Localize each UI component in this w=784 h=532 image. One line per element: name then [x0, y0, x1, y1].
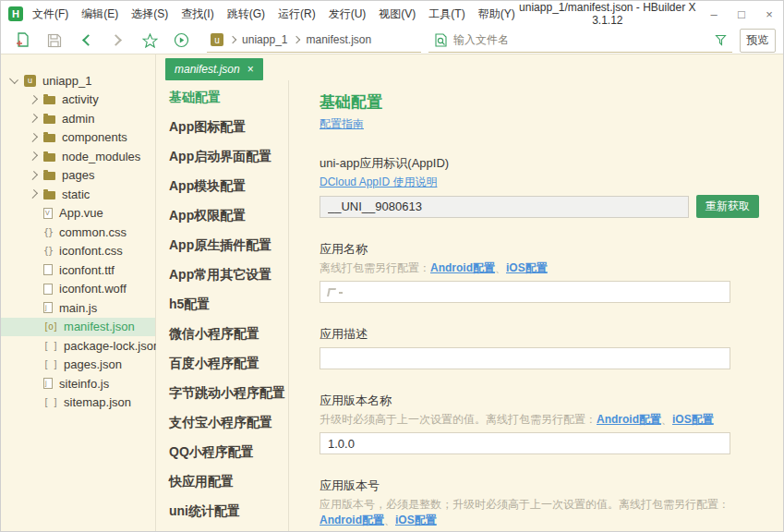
bookmark-button[interactable]	[134, 29, 166, 53]
breadcrumb-file[interactable]: manifest.json	[306, 33, 371, 46]
nav-item-alipay-mp-config[interactable]: 支付宝小程序配置	[156, 407, 288, 437]
css-file-icon: {}	[43, 227, 53, 237]
nav-item-uni-statistics-config[interactable]: uni统计配置	[156, 496, 288, 526]
navigate-forward-button[interactable]	[103, 29, 135, 53]
tree-item-file-selected[interactable]: [o] manifest.json	[1, 318, 155, 337]
nav-item-bytedance-mp-config[interactable]: 字节跳动小程序配置	[156, 378, 288, 407]
chevron-right-icon[interactable]	[29, 189, 38, 199]
save-icon	[47, 33, 62, 48]
save-button[interactable]	[39, 29, 71, 53]
tree-item-file[interactable]: App.vue	[1, 204, 155, 224]
menu-run[interactable]: 运行(R)	[278, 6, 316, 22]
appid-input[interactable]	[320, 196, 689, 218]
ios-config-link[interactable]: iOS配置	[395, 514, 437, 526]
menu-help[interactable]: 帮助(Y)	[478, 6, 515, 22]
tree-item-folder[interactable]: node_modules	[1, 147, 155, 166]
tree-item-file[interactable]: siteinfo.js	[1, 374, 155, 393]
nav-item-basic-config[interactable]: 基础配置	[156, 82, 288, 112]
nav-item-app-other-settings[interactable]: App常用其它设置	[156, 260, 288, 289]
tree-item-folder[interactable]: static	[1, 185, 155, 204]
menubar: 文件(F) 编辑(E) 选择(S) 查找(I) 跳转(G) 运行(R) 发行(U…	[32, 6, 515, 22]
ios-config-link[interactable]: iOS配置	[672, 413, 714, 426]
tree-item-file[interactable]: {} iconfont.css	[1, 242, 155, 261]
menu-view[interactable]: 视图(V)	[379, 6, 416, 22]
version-code-hint: 应用版本号，必须是整数；升级时必须高于上一次设置的值。离线打包需另行配置：And…	[320, 497, 765, 528]
nav-item-app-permission-config[interactable]: App权限配置	[156, 200, 288, 230]
new-file-button[interactable]	[6, 29, 39, 53]
window-title: uniapp_1/manifest.json - HBuilder X 3.1.…	[515, 1, 700, 27]
app-description-input[interactable]	[320, 347, 730, 369]
tree-item-folder[interactable]: pages	[1, 166, 155, 186]
tree-item-label: main.js	[59, 301, 97, 315]
nav-item-app-launch-screen-config[interactable]: App启动界面配置	[156, 141, 288, 171]
tree-item-folder[interactable]: activity	[1, 91, 155, 110]
preview-button[interactable]: 预览	[740, 29, 776, 53]
tree-item-label: sitemap.json	[64, 395, 131, 409]
file-icon	[43, 264, 53, 275]
close-button[interactable]: ×	[755, 1, 783, 27]
tree-item-file[interactable]: [ ] pages.json	[1, 356, 155, 375]
dcloud-appid-doc-link[interactable]: DCloud AppID 使用说明	[320, 175, 437, 188]
chevron-right-icon[interactable]	[29, 95, 38, 104]
app-name-label: 应用名称	[320, 241, 765, 258]
maximize-button[interactable]: □	[728, 1, 755, 27]
menu-publish[interactable]: 发行(U)	[329, 6, 367, 22]
breadcrumb-project[interactable]: uniapp_1	[242, 33, 287, 46]
tree-item-project-root[interactable]: u uniapp_1	[1, 71, 155, 91]
chevron-right-icon[interactable]	[29, 171, 38, 180]
tree-item-label: siteinfo.js	[59, 377, 109, 391]
json-file-icon: [ ]	[43, 397, 57, 407]
file-tree-panel: u uniapp_1 activity admin components	[1, 54, 156, 532]
nav-item-app-native-plugin-config[interactable]: App原生插件配置	[156, 230, 288, 260]
menu-edit[interactable]: 编辑(E)	[81, 6, 118, 22]
navigate-back-button[interactable]	[70, 29, 103, 53]
android-config-link[interactable]: Android配置	[430, 261, 495, 274]
nav-item-h5-config[interactable]: h5配置	[156, 289, 288, 319]
menu-find[interactable]: 查找(I)	[181, 6, 213, 22]
tree-item-file[interactable]: [ ] sitemap.json	[1, 393, 155, 413]
android-config-link[interactable]: Android配置	[320, 514, 384, 526]
filter-funnel-icon[interactable]	[715, 34, 727, 46]
run-button[interactable]	[166, 29, 199, 53]
search-input[interactable]	[453, 33, 715, 46]
forward-chevron-icon	[110, 34, 122, 46]
app-name-hint: 离线打包需另行配置：Android配置、iOS配置	[320, 260, 765, 276]
tree-item-file[interactable]: iconfont.ttf	[1, 260, 155, 280]
tree-item-file[interactable]: {} common.css	[1, 223, 155, 242]
search-file-icon	[434, 33, 448, 47]
chevron-down-icon[interactable]	[9, 75, 18, 84]
regenerate-appid-button[interactable]: 重新获取	[696, 195, 759, 218]
nav-item-qq-mp-config[interactable]: QQ小程序配置	[156, 437, 288, 466]
menu-file[interactable]: 文件(F)	[32, 6, 68, 22]
menu-goto[interactable]: 跳转(G)	[227, 6, 265, 22]
tree-item-folder[interactable]: components	[1, 128, 155, 148]
nav-item-quickapp-config[interactable]: 快应用配置	[156, 466, 288, 496]
chevron-right-icon[interactable]	[29, 114, 38, 123]
version-name-input[interactable]	[320, 432, 730, 454]
android-config-link[interactable]: Android配置	[597, 413, 661, 426]
folder-icon	[43, 134, 55, 142]
minimize-button[interactable]: –	[700, 1, 728, 27]
tree-item-label: iconfont.css	[59, 244, 123, 258]
chevron-right-icon[interactable]	[29, 151, 38, 161]
tree-item-folder[interactable]: admin	[1, 109, 155, 128]
config-guide-link[interactable]: 配置指南	[320, 116, 364, 132]
ios-config-link[interactable]: iOS配置	[506, 261, 548, 274]
chevron-right-icon	[293, 36, 300, 43]
tree-item-file[interactable]: main.js	[1, 298, 155, 318]
nav-item-weixin-mp-config[interactable]: 微信小程序配置	[156, 319, 288, 348]
tree-item-file[interactable]: [ ] package-lock.json	[1, 336, 155, 356]
tab-manifest-json[interactable]: manifest.json ×	[165, 58, 263, 80]
nav-item-app-module-config[interactable]: App模块配置	[156, 171, 288, 200]
manifest-visual-editor: 基础配置 App图标配置 App启动界面配置 App模块配置 App权限配置 A…	[156, 80, 783, 532]
tab-close-icon[interactable]: ×	[247, 63, 254, 76]
nav-item-baidu-mp-config[interactable]: 百度小程序配置	[156, 348, 288, 378]
menu-tools[interactable]: 工具(T)	[428, 6, 464, 22]
menu-select[interactable]: 选择(S)	[131, 6, 168, 22]
tree-item-file[interactable]: iconfont.woff	[1, 280, 155, 299]
tree-item-label: pages	[62, 168, 94, 182]
chevron-right-icon[interactable]	[29, 133, 38, 142]
nav-item-app-icon-config[interactable]: App图标配置	[156, 112, 288, 141]
page-title: 基础配置	[320, 91, 765, 113]
tree-item-label: uniapp_1	[42, 74, 92, 88]
